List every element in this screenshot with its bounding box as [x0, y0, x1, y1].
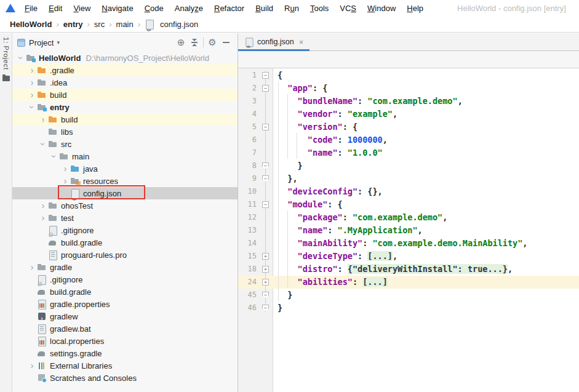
breadcrumb-item-helloworld[interactable]: HelloWorld — [9, 18, 53, 30]
menu-navigate[interactable]: Navigate — [96, 1, 138, 15]
tree-item-libs[interactable]: libs — [12, 126, 238, 138]
hide-panel-icon[interactable] — [219, 36, 233, 49]
breadcrumb-item-entry[interactable]: entry — [62, 18, 84, 30]
project-stripe-button[interactable]: 1: Project — [0, 37, 12, 81]
code-line: 6 "code": 1000000, — [238, 134, 579, 146]
chevron-down-icon[interactable] — [38, 140, 48, 148]
code-line-text: "name": "1.0.0" — [278, 146, 383, 159]
tree-item-label: entry — [50, 103, 70, 112]
tree-item-scratches-and-consoles[interactable]: Scratches and Consoles — [12, 372, 238, 384]
project-view-selector[interactable]: Project — [29, 38, 54, 47]
fold-marker[interactable]: − — [262, 124, 269, 130]
folded-region[interactable]: [...] — [362, 277, 388, 287]
breadcrumb-item-src[interactable]: src — [93, 18, 106, 30]
code-line: 5− "version": { — [238, 121, 579, 134]
chevron-down-icon[interactable] — [16, 54, 26, 62]
chevron-right-icon[interactable] — [60, 164, 70, 173]
chevron-down-icon[interactable] — [27, 103, 37, 111]
tree-item-gradle[interactable]: gradle — [12, 261, 238, 273]
menu-build[interactable]: Build — [250, 1, 279, 15]
menu-view[interactable]: View — [68, 1, 96, 15]
fold-marker[interactable]: − — [262, 162, 269, 169]
fold-marker[interactable]: − — [262, 292, 269, 298]
tree-item-resources[interactable]: resources — [12, 175, 238, 187]
menu-edit[interactable]: Edit — [43, 1, 68, 15]
chevron-down-icon[interactable] — [49, 152, 59, 161]
tree-item-idea[interactable]: .idea — [12, 76, 238, 89]
tree-item-gradlew-bat[interactable]: gradlew.bat — [12, 322, 238, 335]
folded-region[interactable]: {"deliveryWithInstall": true...} — [348, 264, 508, 274]
fold-marker[interactable]: − — [262, 85, 269, 92]
tree-item-label: Scratches and Consoles — [50, 374, 137, 383]
code-line: 4 "vendor": "example", — [238, 108, 579, 121]
text-file-icon — [48, 250, 58, 260]
tree-item-build[interactable]: build — [12, 113, 238, 126]
folder-gray-icon — [37, 262, 47, 272]
tree-item-label: build.gradle — [61, 238, 102, 247]
code-editor[interactable]: 1−{2− "app": {3 "bundleName": "com.examp… — [238, 68, 579, 392]
tree-item-proguard-rules-pro[interactable]: proguard-rules.pro — [12, 249, 238, 261]
line-number: 6 — [238, 134, 257, 146]
breadcrumb-item-config-json[interactable]: config.json — [143, 18, 199, 30]
tree-item-gradlew[interactable]: gradlew — [12, 310, 238, 322]
settings-gear-icon[interactable] — [206, 36, 219, 49]
tree-item-src[interactable]: src — [12, 138, 238, 150]
tree-item-label: gradlew.bat — [50, 324, 91, 334]
chevron-right-icon[interactable] — [27, 78, 37, 87]
tree-item-test[interactable]: test — [12, 212, 238, 224]
tree-item-config-json[interactable]: config.json — [12, 187, 238, 199]
fold-marker[interactable]: + — [262, 253, 269, 260]
chevron-right-icon[interactable] — [60, 177, 70, 185]
chevron-right-icon[interactable] — [27, 263, 37, 271]
menu-code[interactable]: Code — [139, 1, 169, 15]
tree-item-gitignore[interactable]: .gitignore — [12, 224, 238, 236]
tree-item-build[interactable]: build — [12, 89, 238, 101]
breadcrumb-item-main[interactable]: main — [115, 18, 135, 30]
tree-item-local-properties[interactable]: local.properties — [12, 335, 238, 347]
folded-region[interactable]: [...] — [367, 251, 393, 261]
menu-run[interactable]: Run — [279, 1, 305, 15]
menu-vcs[interactable]: VCS — [334, 1, 362, 15]
menu-tools[interactable]: Tools — [305, 1, 334, 15]
chevron-right-icon[interactable] — [38, 201, 48, 210]
tree-item-build-gradle[interactable]: build.gradle — [12, 286, 238, 298]
chevron-right-icon[interactable] — [38, 115, 48, 124]
tree-item-main[interactable]: main — [12, 150, 238, 162]
tree-item-gradle[interactable]: .gradle — [12, 64, 238, 76]
tree-item-external-libraries[interactable]: External Libraries — [12, 359, 238, 372]
tree-item-settings-gradle[interactable]: settings.gradle — [12, 347, 238, 359]
menu-file[interactable]: File — [19, 1, 43, 15]
fold-marker[interactable]: − — [262, 175, 269, 182]
locate-file-icon[interactable] — [174, 36, 188, 49]
tab-config-json[interactable]: config.json — [238, 33, 309, 50]
menu-analyze[interactable]: Analyze — [169, 1, 209, 15]
fold-marker[interactable]: − — [262, 305, 269, 311]
tree-item-entry[interactable]: entry — [12, 101, 238, 113]
menu-window[interactable]: Window — [362, 1, 401, 15]
navigation-breadcrumb: HelloWorldentrysrcmainconfig.json — [0, 16, 579, 33]
tree-item-helloworld[interactable]: HelloWorldD:\harmonyOS_Project\HelloWorl… — [12, 52, 238, 64]
tree-item-build-gradle[interactable]: build.gradle — [12, 236, 238, 249]
tree-item-ohostest[interactable]: ohosTest — [12, 199, 238, 212]
tree-item-label: HelloWorld — [39, 54, 81, 63]
folder-orange-icon — [37, 90, 47, 100]
folder-orange-icon — [48, 114, 58, 124]
chevron-down-icon[interactable] — [57, 39, 60, 46]
menu-help[interactable]: Help — [401, 1, 429, 15]
chevron-right-icon[interactable] — [27, 66, 37, 74]
chevron-right-icon[interactable] — [38, 214, 48, 222]
tree-item-gitignore[interactable]: .gitignore — [12, 273, 238, 286]
chevron-right-icon[interactable] — [27, 361, 37, 370]
project-panel-header: Project — [12, 33, 238, 52]
code-line-text: "module": { — [278, 198, 343, 211]
tree-item-gradle-properties[interactable]: gradle.properties — [12, 298, 238, 310]
menu-refactor[interactable]: Refactor — [209, 1, 250, 15]
fold-marker[interactable]: − — [262, 201, 269, 208]
fold-marker[interactable]: − — [262, 72, 269, 79]
tree-item-java[interactable]: java — [12, 162, 238, 175]
fold-marker[interactable]: + — [262, 266, 269, 273]
chevron-right-icon[interactable] — [27, 90, 37, 99]
fold-marker[interactable]: + — [262, 279, 269, 286]
collapse-all-icon[interactable] — [188, 36, 201, 49]
close-tab-icon[interactable] — [299, 38, 304, 47]
